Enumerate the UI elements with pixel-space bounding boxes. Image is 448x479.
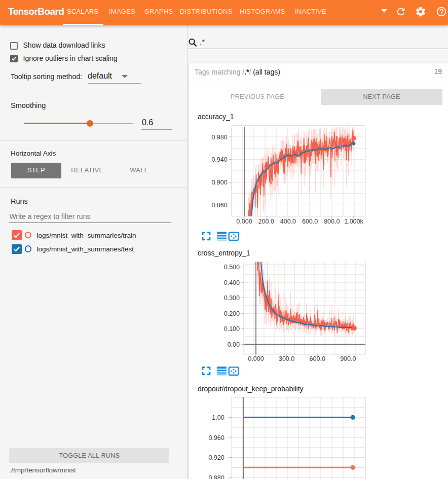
svg-text:300.0: 300.0: [279, 355, 294, 362]
svg-text:0.300: 0.300: [224, 294, 240, 302]
svg-text:0.000: 0.000: [248, 355, 264, 362]
svg-text:0.940: 0.940: [211, 156, 227, 163]
svg-text:900.0: 900.0: [340, 355, 356, 362]
svg-text:1.000k: 1.000k: [344, 218, 363, 225]
svg-text:0.100: 0.100: [224, 325, 240, 333]
svg-text:0.000: 0.000: [236, 218, 252, 225]
svg-text:400.0: 400.0: [280, 218, 296, 225]
svg-text:0.880: 0.880: [208, 474, 224, 479]
svg-text:0.920: 0.920: [208, 454, 224, 461]
svg-text:800.0: 800.0: [324, 218, 340, 225]
svg-text:200.0: 200.0: [258, 218, 274, 225]
svg-text:0.900: 0.900: [211, 179, 227, 186]
svg-text:0.980: 0.980: [211, 134, 227, 141]
svg-text:600.0: 600.0: [302, 218, 318, 225]
svg-text:0.960: 0.960: [208, 434, 224, 441]
svg-text:600.0: 600.0: [310, 355, 325, 362]
svg-text:0.400: 0.400: [224, 279, 240, 286]
svg-text:0.200: 0.200: [224, 310, 240, 317]
svg-text:0.500: 0.500: [224, 264, 240, 271]
svg-text:0.00: 0.00: [228, 341, 240, 348]
svg-text:1.00: 1.00: [212, 414, 224, 421]
svg-text:0.860: 0.860: [211, 202, 227, 209]
